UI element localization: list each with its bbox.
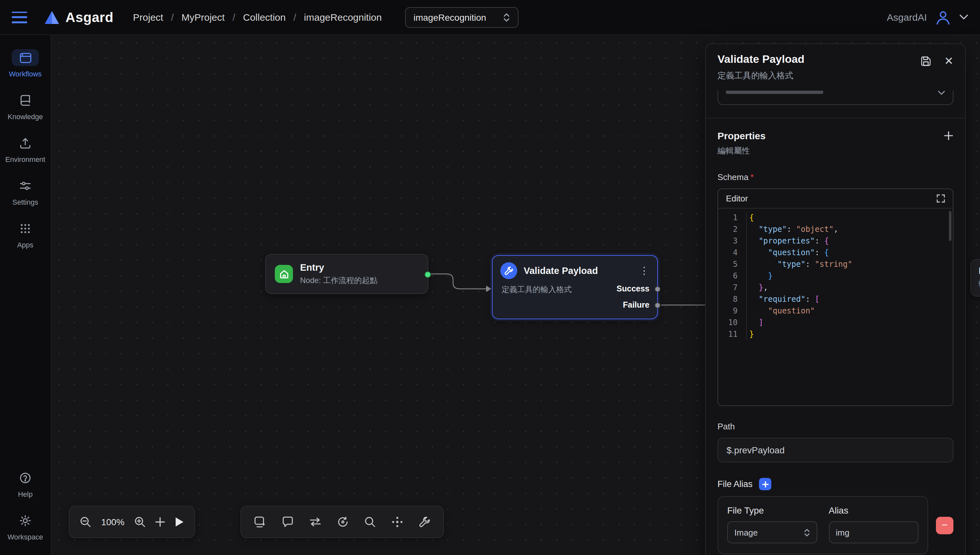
failure-output-port[interactable]: [654, 302, 660, 308]
clipped-select[interactable]: [718, 91, 953, 105]
menu-icon[interactable]: [12, 11, 27, 23]
swap-direction-icon[interactable]: [309, 517, 322, 527]
workflows-icon: [12, 49, 39, 66]
node-menu-icon[interactable]: [639, 265, 649, 276]
node-clipped-right[interactable]: R 輸: [970, 259, 980, 297]
sidebar-item-label: Apps: [17, 241, 34, 249]
sidebar-item-workflows[interactable]: Workflows: [9, 49, 42, 78]
file-type-value: Image: [734, 528, 758, 537]
validate-node-title: Validate Payload: [524, 266, 598, 276]
breadcrumb-myproject[interactable]: MyProject: [182, 12, 225, 22]
help-icon: [12, 470, 39, 486]
logo-text: Asgard: [66, 10, 113, 25]
alias-label: Alias: [829, 505, 919, 515]
add-file-alias-button[interactable]: [759, 478, 771, 490]
add-node-card-icon[interactable]: [254, 516, 266, 528]
breadcrumb-collection[interactable]: Collection: [243, 12, 286, 22]
tools-wrench-icon[interactable]: [419, 516, 430, 528]
schema-editor: Editor 1{2 "type": "object",3 "propertie…: [718, 188, 953, 406]
clipped-scrolled-field: [718, 91, 953, 107]
sidebar-item-help[interactable]: Help: [12, 470, 39, 498]
success-output-port[interactable]: [654, 286, 660, 292]
main-area: Workflows Knowledge Environment Settings: [0, 35, 980, 555]
port-label-success: Success: [617, 284, 649, 294]
node-validate-payload[interactable]: Validate Payload 定義工具的輸入格式 Success Failu…: [492, 255, 658, 319]
comment-icon[interactable]: [282, 516, 294, 528]
logo[interactable]: Asgard: [44, 10, 113, 25]
account-label: AsgardAI: [887, 12, 927, 22]
file-alias-card: File Type Image Alias img: [718, 496, 928, 554]
editor-code[interactable]: 1{2 "type": "object",3 "properties": {4 …: [718, 209, 953, 406]
breadcrumb: Project / MyProject / Collection / image…: [133, 12, 382, 22]
workflow-select-value: imageRecognition: [414, 12, 486, 22]
sidebar-item-label: Knowledge: [8, 113, 43, 120]
panel-subtitle: 定義工具的輸入格式: [718, 70, 805, 82]
panel-title: Validate Payload: [718, 53, 805, 66]
app-root: Asgard Project / MyProject / Collection …: [0, 0, 980, 555]
add-node-button[interactable]: [155, 517, 165, 527]
sidebar-item-label: Settings: [12, 198, 38, 206]
add-property-icon[interactable]: [944, 131, 953, 141]
breadcrumb-separator: /: [171, 12, 174, 22]
close-panel-icon[interactable]: [945, 56, 954, 67]
auto-layout-icon[interactable]: [337, 516, 349, 528]
workflow-select[interactable]: imageRecognition: [405, 7, 518, 27]
entry-node-icon: [275, 265, 293, 283]
sidebar-item-label: Workspace: [8, 533, 43, 541]
properties-subtitle: 編輯屬性: [718, 146, 953, 157]
entry-output-port[interactable]: [425, 271, 431, 278]
node-entry[interactable]: Entry Node: 工作流程的起點: [265, 254, 428, 294]
validate-node-icon: [500, 262, 517, 279]
account-area: AsgardAI: [887, 9, 968, 26]
fit-view-icon[interactable]: [391, 516, 403, 528]
search-canvas-icon[interactable]: [364, 516, 376, 528]
sidebar-item-settings[interactable]: Settings: [12, 178, 39, 206]
remove-file-alias-button[interactable]: [936, 517, 953, 534]
clipped-select-text: [726, 91, 823, 93]
zoom-level: 100%: [100, 517, 125, 527]
run-workflow-button[interactable]: [174, 517, 184, 527]
clipped-node-subtitle: 輸: [979, 279, 980, 289]
breadcrumb-separator: /: [232, 12, 235, 22]
topbar: Asgard Project / MyProject / Collection …: [0, 0, 980, 35]
properties-title: Properties: [718, 130, 766, 141]
sidebar-item-apps[interactable]: Apps: [12, 220, 39, 249]
sidebar-item-workspace[interactable]: Workspace: [8, 512, 43, 541]
chevron-down-icon: [938, 91, 945, 95]
file-type-select[interactable]: Image: [727, 521, 817, 543]
breadcrumb-separator: /: [294, 12, 296, 22]
sidebar-item-label: Help: [18, 490, 32, 498]
sidebar-item-label: Workflows: [9, 70, 42, 78]
environment-upload-icon: [12, 135, 39, 152]
clipped-node-title: R: [979, 266, 980, 276]
alias-input[interactable]: img: [829, 521, 919, 543]
path-input[interactable]: $.prevPayload: [718, 438, 953, 462]
sidebar-item-label: Environment: [5, 156, 45, 163]
sidebar-item-knowledge[interactable]: Knowledge: [8, 92, 43, 120]
breadcrumb-project[interactable]: Project: [133, 12, 163, 22]
panel-divider: [706, 118, 965, 119]
sidebar: Workflows Knowledge Environment Settings: [0, 35, 51, 555]
canvas-tools-toolbar: [240, 506, 444, 538]
path-label: Path: [718, 422, 953, 431]
file-type-label: File Type: [727, 505, 817, 515]
save-icon[interactable]: [920, 56, 932, 67]
updown-chevron-icon: [503, 13, 510, 22]
account-chevron-down-icon[interactable]: [959, 14, 968, 20]
required-asterisk: *: [750, 172, 753, 182]
zoom-toolbar: 100%: [69, 506, 195, 538]
editor-title: Editor: [726, 194, 748, 203]
knowledge-icon: [12, 92, 39, 109]
logo-triangle-icon: [44, 10, 60, 24]
avatar-icon[interactable]: [935, 9, 951, 26]
updown-chevron-icon: [803, 528, 810, 537]
breadcrumb-current[interactable]: imageRecognition: [304, 12, 382, 22]
file-alias-label: File Alias: [718, 479, 753, 489]
zoom-out-icon[interactable]: [80, 516, 92, 528]
sidebar-item-environment[interactable]: Environment: [5, 135, 45, 163]
expand-editor-icon[interactable]: [937, 194, 945, 203]
workspace-gear-icon: [12, 512, 39, 529]
entry-node-subtitle: Node: 工作流程的起點: [300, 275, 378, 286]
zoom-in-icon[interactable]: [134, 516, 146, 528]
schema-label: Schema: [718, 172, 748, 182]
